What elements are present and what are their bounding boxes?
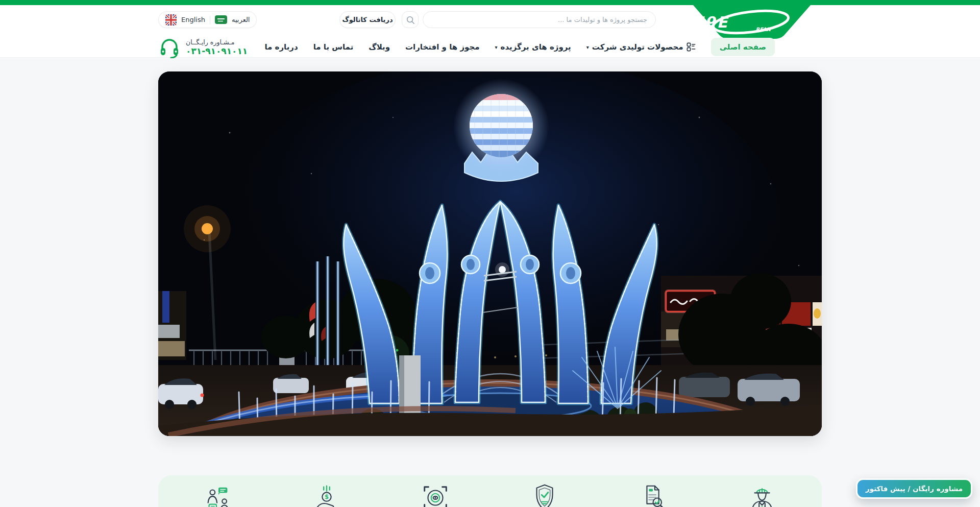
company-logo[interactable]: E9E RFAN — [693, 5, 811, 39]
nav-item-home-label: صفحه اصلی — [720, 42, 766, 52]
svg-text:$: $ — [325, 493, 329, 500]
nav-item-projects-label: پروژه های برگزیده — [501, 42, 571, 52]
consultation-phone-number[interactable]: ۰۳۱-۹۱۰۹۱۰۱۱ — [186, 46, 248, 56]
catalog-button[interactable]: دریافت کاتالوگ — [339, 11, 396, 28]
search-input[interactable] — [423, 11, 656, 28]
nav-item-licenses-label: مجوز ها و افتخارات — [405, 42, 480, 52]
target-precision-icon — [420, 482, 451, 507]
nav-item-contact-label: تماس با ما — [313, 42, 354, 52]
caret-down-icon: ▾ — [495, 45, 498, 50]
nav-item-about[interactable]: درباره ما — [264, 42, 298, 52]
document-inspection-icon — [638, 482, 669, 507]
headset-icon — [158, 36, 181, 58]
language-english-button[interactable]: English — [181, 16, 205, 23]
features-strip: $ — [158, 475, 822, 507]
header-container: العربيه English دریافت کاتالوگ — [158, 5, 822, 57]
money-hand-icon: $ — [311, 482, 342, 507]
nav-item-about-label: درباره ما — [264, 42, 298, 52]
consultation-label: مـشـاوره رایـگــان — [186, 38, 248, 46]
caret-down-icon: ▾ — [586, 45, 589, 50]
nav-item-licenses[interactable]: مجوز ها و افتخارات — [405, 42, 480, 52]
logo-mark-text: E9E — [693, 13, 729, 31]
top-accent-bar — [0, 0, 980, 5]
nav-item-blog[interactable]: وبلاگ — [369, 42, 390, 52]
logo-graphic: E9E RFAN — [693, 5, 811, 39]
nav-item-home[interactable]: صفحه اصلی — [711, 38, 775, 56]
engineer-icon — [746, 482, 778, 507]
hero-image — [158, 71, 822, 436]
consultation-phone-block[interactable]: مـشـاوره رایـگــان ۰۳۱-۹۱۰۹۱۰۱۱ — [158, 36, 248, 58]
language-switcher[interactable]: العربيه English — [158, 11, 257, 28]
monument-photo — [158, 71, 822, 436]
main-navigation: صفحه اصلی محصولات تولیدی شرکت ▾ پروژه ها… — [264, 37, 775, 57]
site-header: العربيه English دریافت کاتالوگ — [0, 5, 980, 58]
free-consultation-invoice-button[interactable]: مشاوره رایگان / پیش فاکتور — [856, 478, 972, 499]
search-button[interactable] — [402, 11, 419, 28]
nav-item-blog-label: وبلاگ — [369, 42, 390, 52]
nav-item-products-label: محصولات تولیدی شرکت — [592, 42, 683, 52]
search-icon — [406, 15, 415, 25]
shield-check-icon — [529, 482, 560, 507]
language-arabic-button[interactable]: العربيه — [232, 16, 250, 23]
consultation-chat-icon — [202, 482, 234, 507]
saudi-flag-icon — [215, 15, 227, 24]
nav-item-featured-projects[interactable]: پروژه های برگزیده ▾ — [495, 42, 571, 52]
nav-item-products[interactable]: محصولات تولیدی شرکت ▾ — [586, 42, 696, 52]
grid-icon — [687, 42, 696, 52]
nav-item-contact[interactable]: تماس با ما — [313, 42, 354, 52]
logo-sub-text: RFAN — [756, 27, 772, 32]
language-divider — [210, 16, 210, 24]
uk-flag-icon — [165, 14, 177, 26]
